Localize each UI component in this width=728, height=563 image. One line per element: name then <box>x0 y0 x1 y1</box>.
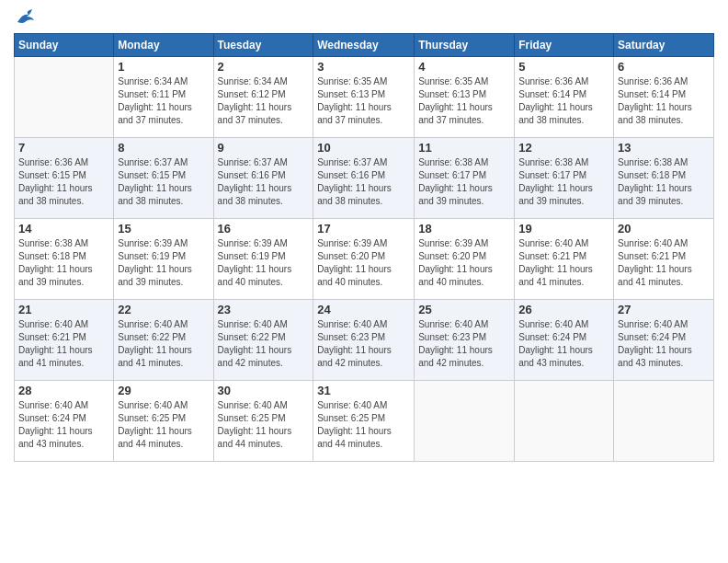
calendar-day-cell: 28Sunrise: 6:40 AM Sunset: 6:24 PM Dayli… <box>15 381 114 462</box>
day-info: Sunrise: 6:40 AM Sunset: 6:24 PM Dayligh… <box>518 318 609 370</box>
calendar-day-cell: 5Sunrise: 6:36 AM Sunset: 6:14 PM Daylig… <box>515 57 614 138</box>
day-info: Sunrise: 6:40 AM Sunset: 6:22 PM Dayligh… <box>118 318 209 370</box>
calendar-day-cell: 10Sunrise: 6:37 AM Sunset: 6:16 PM Dayli… <box>313 138 415 219</box>
day-number: 8 <box>118 141 209 155</box>
day-info: Sunrise: 6:38 AM Sunset: 6:17 PM Dayligh… <box>418 156 510 208</box>
calendar-day-cell: 4Sunrise: 6:35 AM Sunset: 6:13 PM Daylig… <box>415 57 515 138</box>
day-number: 9 <box>218 141 310 155</box>
calendar-header: SundayMondayTuesdayWednesdayThursdayFrid… <box>15 34 714 57</box>
day-number: 26 <box>518 303 609 316</box>
day-info: Sunrise: 6:40 AM Sunset: 6:21 PM Dayligh… <box>618 237 710 289</box>
day-number: 20 <box>618 222 710 236</box>
day-of-week-header: Sunday <box>15 34 114 57</box>
day-number: 31 <box>317 384 410 397</box>
day-info: Sunrise: 6:40 AM Sunset: 6:21 PM Dayligh… <box>518 237 609 289</box>
calendar-day-cell: 11Sunrise: 6:38 AM Sunset: 6:17 PM Dayli… <box>415 138 515 219</box>
calendar-day-cell: 23Sunrise: 6:40 AM Sunset: 6:22 PM Dayli… <box>213 300 313 381</box>
logo <box>14 9 36 26</box>
calendar-day-cell: 16Sunrise: 6:39 AM Sunset: 6:19 PM Dayli… <box>213 219 313 300</box>
calendar-day-cell <box>515 381 614 462</box>
calendar-week-row: 7Sunrise: 6:36 AM Sunset: 6:15 PM Daylig… <box>15 138 714 219</box>
day-number: 13 <box>618 141 710 155</box>
calendar-day-cell <box>415 381 515 462</box>
calendar-day-cell: 29Sunrise: 6:40 AM Sunset: 6:25 PM Dayli… <box>114 381 213 462</box>
day-number: 3 <box>317 60 410 74</box>
day-number: 19 <box>518 222 609 236</box>
day-info: Sunrise: 6:35 AM Sunset: 6:13 PM Dayligh… <box>418 75 510 127</box>
day-number: 23 <box>218 303 310 316</box>
header <box>14 9 714 26</box>
day-number: 27 <box>618 303 710 316</box>
day-info: Sunrise: 6:37 AM Sunset: 6:16 PM Dayligh… <box>317 156 410 208</box>
calendar-week-row: 28Sunrise: 6:40 AM Sunset: 6:24 PM Dayli… <box>15 381 714 462</box>
page: SundayMondayTuesdayWednesdayThursdayFrid… <box>0 0 728 563</box>
calendar-day-cell: 3Sunrise: 6:35 AM Sunset: 6:13 PM Daylig… <box>313 57 415 138</box>
day-number: 10 <box>317 141 410 155</box>
calendar-table: SundayMondayTuesdayWednesdayThursdayFrid… <box>14 33 714 462</box>
day-number: 5 <box>518 60 609 74</box>
day-number: 17 <box>317 222 410 236</box>
day-of-week-header: Wednesday <box>313 34 415 57</box>
day-number: 7 <box>18 141 109 155</box>
calendar-day-cell: 12Sunrise: 6:38 AM Sunset: 6:17 PM Dayli… <box>515 138 614 219</box>
day-number: 22 <box>118 303 209 316</box>
day-number: 30 <box>218 384 310 397</box>
calendar-day-cell: 6Sunrise: 6:36 AM Sunset: 6:14 PM Daylig… <box>614 57 714 138</box>
day-of-week-header: Monday <box>114 34 213 57</box>
day-number: 16 <box>218 222 310 236</box>
day-info: Sunrise: 6:40 AM Sunset: 6:24 PM Dayligh… <box>18 399 109 451</box>
day-info: Sunrise: 6:36 AM Sunset: 6:14 PM Dayligh… <box>518 75 609 127</box>
calendar-body: 1Sunrise: 6:34 AM Sunset: 6:11 PM Daylig… <box>15 57 714 462</box>
day-info: Sunrise: 6:40 AM Sunset: 6:25 PM Dayligh… <box>218 399 310 451</box>
day-number: 18 <box>418 222 510 236</box>
day-info: Sunrise: 6:40 AM Sunset: 6:24 PM Dayligh… <box>618 318 710 370</box>
day-number: 28 <box>18 384 109 397</box>
calendar-day-cell: 14Sunrise: 6:38 AM Sunset: 6:18 PM Dayli… <box>15 219 114 300</box>
day-info: Sunrise: 6:38 AM Sunset: 6:18 PM Dayligh… <box>618 156 710 208</box>
calendar-day-cell: 27Sunrise: 6:40 AM Sunset: 6:24 PM Dayli… <box>614 300 714 381</box>
calendar-week-row: 14Sunrise: 6:38 AM Sunset: 6:18 PM Dayli… <box>15 219 714 300</box>
calendar-day-cell: 22Sunrise: 6:40 AM Sunset: 6:22 PM Dayli… <box>114 300 213 381</box>
calendar-day-cell: 7Sunrise: 6:36 AM Sunset: 6:15 PM Daylig… <box>15 138 114 219</box>
calendar-day-cell: 21Sunrise: 6:40 AM Sunset: 6:21 PM Dayli… <box>15 300 114 381</box>
day-info: Sunrise: 6:37 AM Sunset: 6:16 PM Dayligh… <box>218 156 310 208</box>
day-info: Sunrise: 6:38 AM Sunset: 6:18 PM Dayligh… <box>18 237 109 289</box>
day-number: 24 <box>317 303 410 316</box>
calendar-day-cell: 30Sunrise: 6:40 AM Sunset: 6:25 PM Dayli… <box>213 381 313 462</box>
calendar-day-cell: 26Sunrise: 6:40 AM Sunset: 6:24 PM Dayli… <box>515 300 614 381</box>
day-number: 29 <box>118 384 209 397</box>
day-number: 12 <box>518 141 609 155</box>
calendar-day-cell: 18Sunrise: 6:39 AM Sunset: 6:20 PM Dayli… <box>415 219 515 300</box>
day-of-week-header: Friday <box>515 34 614 57</box>
day-info: Sunrise: 6:34 AM Sunset: 6:12 PM Dayligh… <box>218 75 310 127</box>
day-number: 14 <box>18 222 109 236</box>
day-info: Sunrise: 6:34 AM Sunset: 6:11 PM Dayligh… <box>118 75 209 127</box>
day-info: Sunrise: 6:36 AM Sunset: 6:14 PM Dayligh… <box>618 75 710 127</box>
day-info: Sunrise: 6:40 AM Sunset: 6:23 PM Dayligh… <box>418 318 510 370</box>
calendar-day-cell: 19Sunrise: 6:40 AM Sunset: 6:21 PM Dayli… <box>515 219 614 300</box>
calendar-week-row: 21Sunrise: 6:40 AM Sunset: 6:21 PM Dayli… <box>15 300 714 381</box>
calendar-day-cell: 1Sunrise: 6:34 AM Sunset: 6:11 PM Daylig… <box>114 57 213 138</box>
calendar-day-cell: 8Sunrise: 6:37 AM Sunset: 6:15 PM Daylig… <box>114 138 213 219</box>
calendar-day-cell: 20Sunrise: 6:40 AM Sunset: 6:21 PM Dayli… <box>614 219 714 300</box>
day-number: 11 <box>418 141 510 155</box>
day-info: Sunrise: 6:39 AM Sunset: 6:20 PM Dayligh… <box>317 237 410 289</box>
day-number: 2 <box>218 60 310 74</box>
day-info: Sunrise: 6:36 AM Sunset: 6:15 PM Dayligh… <box>18 156 109 208</box>
days-of-week-row: SundayMondayTuesdayWednesdayThursdayFrid… <box>15 34 714 57</box>
day-info: Sunrise: 6:40 AM Sunset: 6:25 PM Dayligh… <box>118 399 209 451</box>
calendar-day-cell: 15Sunrise: 6:39 AM Sunset: 6:19 PM Dayli… <box>114 219 213 300</box>
day-number: 4 <box>418 60 510 74</box>
day-number: 25 <box>418 303 510 316</box>
day-number: 6 <box>618 60 710 74</box>
day-number: 15 <box>118 222 209 236</box>
day-info: Sunrise: 6:40 AM Sunset: 6:23 PM Dayligh… <box>317 318 410 370</box>
day-info: Sunrise: 6:40 AM Sunset: 6:21 PM Dayligh… <box>18 318 109 370</box>
day-info: Sunrise: 6:39 AM Sunset: 6:20 PM Dayligh… <box>418 237 510 289</box>
calendar-day-cell: 13Sunrise: 6:38 AM Sunset: 6:18 PM Dayli… <box>614 138 714 219</box>
calendar-day-cell: 24Sunrise: 6:40 AM Sunset: 6:23 PM Dayli… <box>313 300 415 381</box>
calendar-day-cell: 17Sunrise: 6:39 AM Sunset: 6:20 PM Dayli… <box>313 219 415 300</box>
calendar-week-row: 1Sunrise: 6:34 AM Sunset: 6:11 PM Daylig… <box>15 57 714 138</box>
calendar-day-cell: 25Sunrise: 6:40 AM Sunset: 6:23 PM Dayli… <box>415 300 515 381</box>
day-info: Sunrise: 6:37 AM Sunset: 6:15 PM Dayligh… <box>118 156 209 208</box>
